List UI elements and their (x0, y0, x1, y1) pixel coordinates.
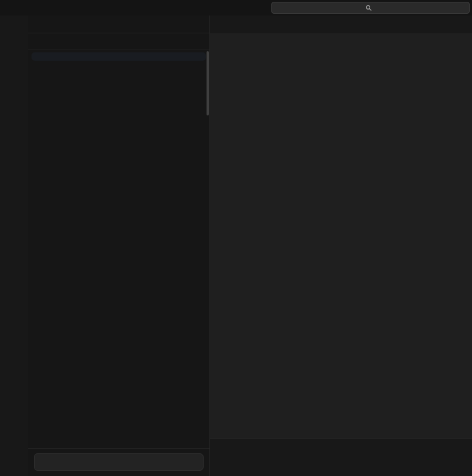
title-bar (0, 0, 472, 15)
vscode-window (0, 0, 472, 476)
editor-tab-bar (210, 15, 472, 33)
breadcrumb (210, 33, 472, 46)
chat-history[interactable] (28, 49, 210, 448)
chat-input[interactable] (34, 453, 204, 471)
chat-panel (28, 15, 210, 476)
editor-column (210, 15, 472, 476)
code-editor[interactable] (210, 46, 472, 438)
search-icon (365, 5, 372, 11)
output-console[interactable] (210, 452, 472, 476)
chat-context-code-block (32, 52, 206, 61)
chat-scrollbar[interactable] (207, 51, 209, 115)
command-center-search[interactable] (271, 2, 470, 14)
bottom-panel (210, 438, 472, 476)
activity-bar (0, 15, 28, 476)
